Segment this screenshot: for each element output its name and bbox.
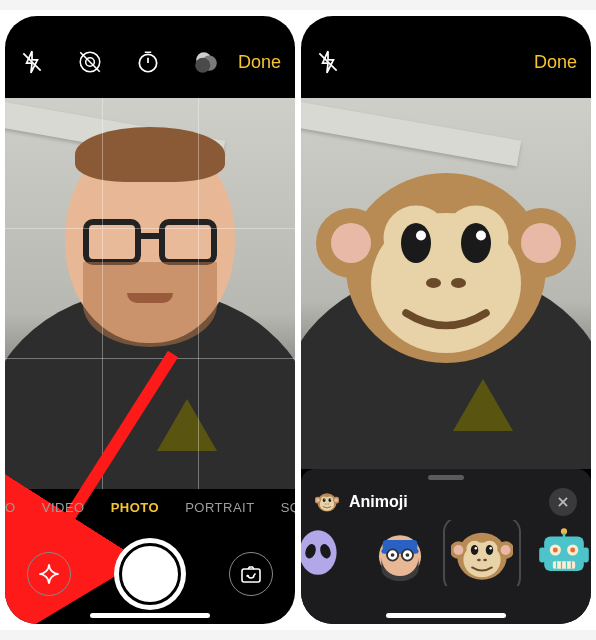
animoji-option-robot[interactable] xyxy=(533,524,591,586)
live-off-icon[interactable] xyxy=(77,49,103,75)
mode-portrait[interactable]: PORTRAIT xyxy=(185,500,255,515)
animoji-overlay-monkey xyxy=(316,138,576,388)
close-icon xyxy=(556,495,570,509)
animoji-option-row[interactable] xyxy=(301,520,591,586)
camera-preview xyxy=(5,98,295,489)
flash-off-icon[interactable] xyxy=(19,49,45,75)
animoji-option-alien[interactable] xyxy=(301,524,349,586)
timer-icon[interactable] xyxy=(135,49,161,75)
camera-top-toolbar: Done xyxy=(5,26,295,98)
effects-button[interactable] xyxy=(27,552,71,596)
camera-bottom-bar xyxy=(5,524,295,624)
animoji-close-button[interactable] xyxy=(549,488,577,516)
camera-preview-animoji xyxy=(301,98,591,469)
svg-point-47 xyxy=(139,54,156,71)
camera-switch-button[interactable] xyxy=(229,552,273,596)
shutter-button[interactable] xyxy=(114,538,186,610)
animoji-screen: Done Animoji xyxy=(301,16,591,624)
camera-switch-icon xyxy=(239,562,263,586)
animoji-panel-title: Animoji xyxy=(349,493,539,511)
animoji-panel: Animoji xyxy=(301,469,591,624)
home-indicator[interactable] xyxy=(90,613,210,618)
animoji-option-memoji[interactable] xyxy=(369,524,431,586)
camera-mode-strip[interactable]: SLO-MO VIDEO PHOTO PORTRAIT SQUARE xyxy=(5,491,295,523)
camera-app-screen: Done SLO-MO VIDEO PHO xyxy=(5,16,295,624)
mode-square[interactable]: SQUARE xyxy=(281,500,295,515)
flash-off-icon[interactable] xyxy=(315,49,341,75)
mode-video[interactable]: VIDEO xyxy=(42,500,85,515)
monkey-thumb-icon xyxy=(315,490,339,514)
mode-photo[interactable]: PHOTO xyxy=(111,500,160,515)
camera-top-toolbar: Done xyxy=(301,26,591,98)
svg-point-50 xyxy=(195,58,210,73)
animoji-option-monkey[interactable] xyxy=(451,524,513,586)
mode-slomo[interactable]: SLO-MO xyxy=(5,500,16,515)
svg-rect-53 xyxy=(242,569,260,582)
filters-icon[interactable] xyxy=(193,49,219,75)
done-button[interactable]: Done xyxy=(534,52,577,73)
effects-star-icon xyxy=(36,561,62,587)
done-button[interactable]: Done xyxy=(238,52,281,73)
home-indicator[interactable] xyxy=(386,613,506,618)
